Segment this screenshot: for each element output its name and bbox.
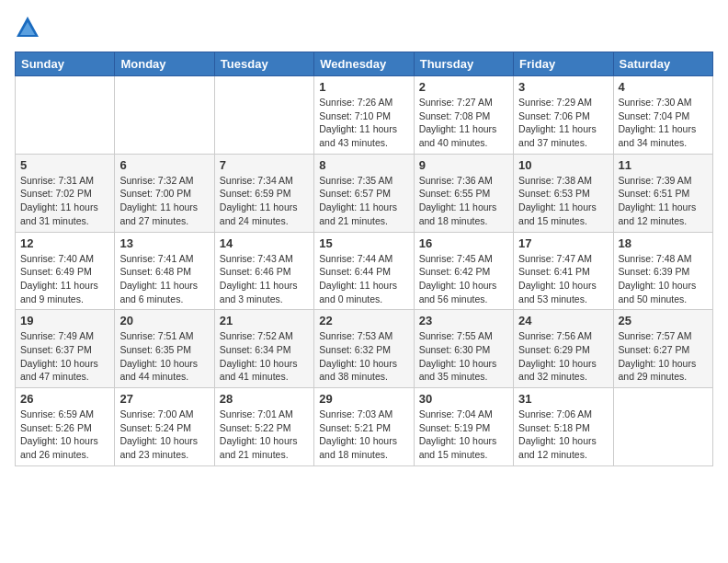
day-info: Sunrise: 7:41 AM Sunset: 6:48 PM Dayligh… <box>119 252 209 306</box>
day-number: 15 <box>319 236 408 250</box>
calendar-cell: 1Sunrise: 7:26 AM Sunset: 7:10 PM Daylig… <box>314 76 414 155</box>
day-info: Sunrise: 7:45 AM Sunset: 6:42 PM Dayligh… <box>419 252 508 306</box>
calendar-cell <box>613 388 712 466</box>
day-info: Sunrise: 7:44 AM Sunset: 6:44 PM Dayligh… <box>319 252 408 306</box>
day-number: 17 <box>518 236 608 250</box>
day-info: Sunrise: 6:59 AM Sunset: 5:26 PM Dayligh… <box>20 408 109 462</box>
calendar-cell: 28Sunrise: 7:01 AM Sunset: 5:22 PM Dayli… <box>214 388 313 466</box>
day-info: Sunrise: 7:51 AM Sunset: 6:35 PM Dayligh… <box>119 329 209 384</box>
calendar-cell: 23Sunrise: 7:55 AM Sunset: 6:30 PM Dayli… <box>414 310 513 388</box>
weekday-header-row: SundayMondayTuesdayWednesdayThursdayFrid… <box>16 52 713 76</box>
calendar-week-row: 1Sunrise: 7:26 AM Sunset: 7:10 PM Daylig… <box>16 76 713 155</box>
day-info: Sunrise: 7:36 AM Sunset: 6:55 PM Dayligh… <box>419 174 508 228</box>
day-info: Sunrise: 7:38 AM Sunset: 6:53 PM Dayligh… <box>518 174 608 228</box>
day-number: 16 <box>419 236 508 250</box>
day-number: 10 <box>518 158 608 172</box>
day-info: Sunrise: 7:56 AM Sunset: 6:29 PM Dayligh… <box>518 329 608 384</box>
day-info: Sunrise: 7:48 AM Sunset: 6:39 PM Dayligh… <box>619 252 708 306</box>
calendar-cell: 31Sunrise: 7:06 AM Sunset: 5:18 PM Dayli… <box>514 388 613 466</box>
calendar-cell <box>214 76 313 155</box>
day-info: Sunrise: 7:53 AM Sunset: 6:32 PM Dayligh… <box>319 329 408 384</box>
calendar-cell <box>16 76 115 155</box>
day-number: 6 <box>119 158 209 172</box>
calendar-cell: 17Sunrise: 7:47 AM Sunset: 6:41 PM Dayli… <box>514 232 613 310</box>
day-number: 8 <box>319 158 408 172</box>
calendar-cell: 2Sunrise: 7:27 AM Sunset: 7:08 PM Daylig… <box>414 76 513 155</box>
day-number: 11 <box>619 158 708 172</box>
logo <box>15 15 44 40</box>
day-info: Sunrise: 7:34 AM Sunset: 6:59 PM Dayligh… <box>220 174 309 228</box>
day-info: Sunrise: 7:47 AM Sunset: 6:41 PM Dayligh… <box>518 252 608 306</box>
day-info: Sunrise: 7:04 AM Sunset: 5:19 PM Dayligh… <box>419 408 508 462</box>
weekday-header: Friday <box>514 52 613 76</box>
calendar-cell: 3Sunrise: 7:29 AM Sunset: 7:06 PM Daylig… <box>514 76 613 155</box>
day-number: 28 <box>220 392 309 406</box>
day-number: 31 <box>518 392 608 406</box>
day-number: 9 <box>419 158 508 172</box>
calendar-cell: 25Sunrise: 7:57 AM Sunset: 6:27 PM Dayli… <box>613 310 712 388</box>
day-number: 20 <box>119 314 209 327</box>
day-info: Sunrise: 7:29 AM Sunset: 7:06 PM Dayligh… <box>518 96 608 150</box>
calendar-cell: 20Sunrise: 7:51 AM Sunset: 6:35 PM Dayli… <box>115 310 214 388</box>
day-number: 14 <box>220 236 309 250</box>
day-number: 1 <box>319 80 408 94</box>
page-header <box>15 15 713 40</box>
day-number: 21 <box>220 314 309 327</box>
calendar-cell: 12Sunrise: 7:40 AM Sunset: 6:49 PM Dayli… <box>16 232 115 310</box>
day-number: 7 <box>220 158 309 172</box>
day-info: Sunrise: 7:32 AM Sunset: 7:00 PM Dayligh… <box>119 174 209 228</box>
calendar-cell: 26Sunrise: 6:59 AM Sunset: 5:26 PM Dayli… <box>16 388 115 466</box>
day-number: 12 <box>20 236 109 250</box>
day-info: Sunrise: 7:31 AM Sunset: 7:02 PM Dayligh… <box>20 174 109 228</box>
calendar-cell: 16Sunrise: 7:45 AM Sunset: 6:42 PM Dayli… <box>414 232 513 310</box>
day-number: 18 <box>619 236 708 250</box>
day-number: 13 <box>119 236 209 250</box>
day-info: Sunrise: 7:39 AM Sunset: 6:51 PM Dayligh… <box>619 174 708 228</box>
calendar-cell: 5Sunrise: 7:31 AM Sunset: 7:02 PM Daylig… <box>16 154 115 232</box>
weekday-header: Sunday <box>16 52 115 76</box>
calendar-cell: 19Sunrise: 7:49 AM Sunset: 6:37 PM Dayli… <box>16 310 115 388</box>
day-number: 5 <box>20 158 109 172</box>
calendar-cell: 7Sunrise: 7:34 AM Sunset: 6:59 PM Daylig… <box>214 154 313 232</box>
day-number: 4 <box>619 80 708 94</box>
weekday-header: Monday <box>115 52 214 76</box>
day-number: 30 <box>419 392 508 406</box>
weekday-header: Tuesday <box>214 52 313 76</box>
calendar-cell: 8Sunrise: 7:35 AM Sunset: 6:57 PM Daylig… <box>314 154 414 232</box>
day-number: 29 <box>319 392 408 406</box>
day-number: 24 <box>518 314 608 327</box>
calendar-cell: 22Sunrise: 7:53 AM Sunset: 6:32 PM Dayli… <box>314 310 414 388</box>
day-number: 19 <box>20 314 109 327</box>
day-info: Sunrise: 7:35 AM Sunset: 6:57 PM Dayligh… <box>319 174 408 228</box>
calendar-cell: 15Sunrise: 7:44 AM Sunset: 6:44 PM Dayli… <box>314 232 414 310</box>
day-info: Sunrise: 7:57 AM Sunset: 6:27 PM Dayligh… <box>619 329 708 384</box>
day-info: Sunrise: 7:43 AM Sunset: 6:46 PM Dayligh… <box>220 252 309 306</box>
day-number: 22 <box>319 314 408 327</box>
day-info: Sunrise: 7:06 AM Sunset: 5:18 PM Dayligh… <box>518 408 608 462</box>
calendar-cell: 27Sunrise: 7:00 AM Sunset: 5:24 PM Dayli… <box>115 388 214 466</box>
day-number: 3 <box>518 80 608 94</box>
calendar-week-row: 5Sunrise: 7:31 AM Sunset: 7:02 PM Daylig… <box>16 154 713 232</box>
calendar-week-row: 12Sunrise: 7:40 AM Sunset: 6:49 PM Dayli… <box>16 232 713 310</box>
day-info: Sunrise: 7:52 AM Sunset: 6:34 PM Dayligh… <box>220 329 309 384</box>
calendar-cell: 4Sunrise: 7:30 AM Sunset: 7:04 PM Daylig… <box>613 76 712 155</box>
logo-icon <box>15 15 40 40</box>
day-info: Sunrise: 7:49 AM Sunset: 6:37 PM Dayligh… <box>20 329 109 384</box>
day-number: 25 <box>619 314 708 327</box>
calendar-cell <box>115 76 214 155</box>
calendar-cell: 11Sunrise: 7:39 AM Sunset: 6:51 PM Dayli… <box>613 154 712 232</box>
calendar-cell: 30Sunrise: 7:04 AM Sunset: 5:19 PM Dayli… <box>414 388 513 466</box>
calendar-cell: 14Sunrise: 7:43 AM Sunset: 6:46 PM Dayli… <box>214 232 313 310</box>
day-info: Sunrise: 7:03 AM Sunset: 5:21 PM Dayligh… <box>319 408 408 462</box>
day-info: Sunrise: 7:55 AM Sunset: 6:30 PM Dayligh… <box>419 329 508 384</box>
calendar-cell: 29Sunrise: 7:03 AM Sunset: 5:21 PM Dayli… <box>314 388 414 466</box>
calendar-cell: 9Sunrise: 7:36 AM Sunset: 6:55 PM Daylig… <box>414 154 513 232</box>
day-number: 26 <box>20 392 109 406</box>
day-info: Sunrise: 7:01 AM Sunset: 5:22 PM Dayligh… <box>220 408 309 462</box>
calendar-cell: 24Sunrise: 7:56 AM Sunset: 6:29 PM Dayli… <box>514 310 613 388</box>
weekday-header: Wednesday <box>314 52 414 76</box>
calendar-cell: 21Sunrise: 7:52 AM Sunset: 6:34 PM Dayli… <box>214 310 313 388</box>
day-info: Sunrise: 7:00 AM Sunset: 5:24 PM Dayligh… <box>119 408 209 462</box>
day-info: Sunrise: 7:27 AM Sunset: 7:08 PM Dayligh… <box>419 96 508 150</box>
weekday-header: Saturday <box>613 52 712 76</box>
